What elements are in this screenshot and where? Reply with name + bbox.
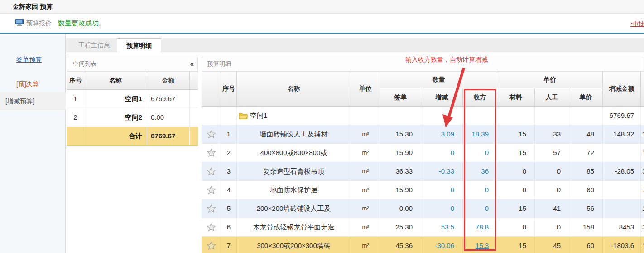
space-list-panel: 空间列表 « 序号 名称 金额 1 空间1 6769.67 2 空间2 0.00… [67, 57, 198, 253]
row-name: 木龙骨或轻钢龙骨平面无造 [237, 218, 351, 236]
space-list-title: 空间列表 [73, 60, 96, 67]
row-labor: 33 [535, 125, 569, 143]
row-measured-qty[interactable]: 18.39 [463, 125, 497, 143]
row-material: 0 [497, 181, 535, 199]
table-row[interactable]: 2 400×800或800×800或 m² 15.90 0 0 15 57 72… [202, 144, 644, 162]
row-adjust-qty: 0 [421, 181, 463, 199]
row-labor: 0 [535, 218, 569, 236]
col-amount: 金额 [147, 72, 190, 89]
row-clipped-value: 1 [641, 125, 644, 143]
row-amount [603, 144, 641, 162]
table-row[interactable]: 3 复杂造型石膏板吊顶 m² 36.33 -0.33 36 0 0 85 -28… [202, 162, 644, 181]
favorite-star-icon[interactable] [202, 218, 221, 236]
group-row-space1[interactable]: 空间1 6769.67 [202, 107, 644, 125]
row-material: 15 [497, 199, 535, 218]
approval-record-link[interactable]: •审批记 [630, 20, 644, 28]
folder-icon [239, 112, 248, 119]
row-clipped-value: 1 [641, 144, 644, 162]
col-spacer [190, 72, 198, 89]
table-row[interactable]: 6 木龙骨或轻钢龙骨平面无造 m² 25.30 53.5 78.8 0 0 15… [202, 218, 644, 237]
table-row[interactable]: 1 墙面砖铺设人工及辅材 m² 15.30 3.09 18.39 15 33 4… [202, 125, 644, 144]
row-labor: 57 [535, 144, 569, 162]
space-row-no: 2 [67, 108, 84, 126]
row-unit: m² [351, 125, 380, 143]
col-clipped [641, 72, 644, 107]
col-group-unitprice: 单价 材料 人工 单价 [497, 72, 603, 107]
table-row-selected[interactable]: 7 300×300或200×300墙砖 m² 45.36 -30.06 15.3… [202, 237, 644, 253]
col-favorite [202, 72, 221, 107]
row-name: 墙面砖铺设人工及辅材 [237, 125, 351, 143]
space-row[interactable]: 1 空间1 6769.67 [67, 90, 198, 108]
tab-budget-detail[interactable]: 预算明细 [117, 38, 161, 53]
row-amount [603, 199, 641, 218]
table-row[interactable]: 4 地面防水保护层 m² 15.90 0 0 0 0 60 7 [202, 181, 644, 199]
row-clipped-value: 1 [641, 237, 644, 253]
row-unit: m² [351, 162, 380, 180]
row-unit: m² [351, 181, 380, 199]
col-measured-qty: 收方 [463, 88, 497, 107]
row-labor: 45 [535, 237, 569, 253]
row-material: 15 [497, 125, 535, 143]
row-measured-qty[interactable]: 78.8 [463, 218, 497, 236]
row-unitprice: 60 [569, 181, 603, 199]
quantity-group-label: 数量 [380, 72, 497, 88]
space-total-label: 合计 [84, 127, 147, 145]
col-signed-qty: 签单 [380, 88, 421, 107]
row-name: 地面防水保护层 [237, 181, 351, 199]
row-unitprice: 60 [569, 237, 603, 253]
annotation-text: 输入收方数量，自动计算增减 [405, 56, 488, 64]
row-signed-qty: 15.90 [380, 181, 421, 199]
row-measured-qty[interactable]: 36 [463, 162, 497, 180]
favorite-star-icon[interactable] [202, 237, 221, 253]
row-unitprice: 72 [569, 144, 603, 162]
col-labor: 人工 [535, 88, 569, 107]
favorite-star-icon[interactable] [202, 125, 221, 143]
row-name: 400×800或800×800或 [237, 144, 351, 162]
row-no: 6 [221, 218, 237, 236]
row-unitprice: 48 [569, 125, 603, 143]
favorite-star-icon[interactable] [202, 162, 221, 180]
col-name: 名称 [84, 72, 147, 89]
favorite-star-icon[interactable] [202, 181, 221, 199]
favorite-star-icon[interactable] [202, 144, 221, 162]
row-measured-qty[interactable]: 0 [463, 181, 497, 199]
sidebar-item-adjust-budget[interactable]: [增减预算] [0, 92, 66, 110]
col-unit: 单位 [351, 72, 380, 107]
row-material: 0 [497, 162, 535, 180]
space-total-amount: 6769.67 [147, 127, 190, 145]
sidebar-item-sign-budget[interactable]: 签单预算 [16, 56, 42, 64]
tab-project-info[interactable]: 工程主信息 [72, 38, 116, 52]
row-unitprice: 158 [569, 218, 603, 236]
favorite-star-icon[interactable] [202, 199, 221, 218]
row-adjust-qty: 3.09 [421, 125, 463, 143]
table-row[interactable]: 5 200×200墙砖铺设人工及 m² 0.00 0 0 15 41 56 1 [202, 199, 644, 218]
module-label: 预算报价 [26, 19, 52, 28]
row-unit: m² [351, 199, 380, 218]
space-total-row: 合计 6769.67 [67, 127, 198, 146]
row-signed-qty: 15.90 [380, 144, 421, 162]
detail-table-header: 序号 名称 单位 数量 签单 增减 收方 单价 材料 人工 单价 增减金额 [202, 71, 644, 107]
row-amount: 8453 [603, 218, 641, 236]
row-amount: 148.32 [603, 125, 641, 143]
row-clipped-value: 3 [641, 162, 644, 180]
row-unit: m² [351, 237, 380, 253]
row-no: 7 [221, 237, 237, 253]
space-row[interactable]: 2 空间2 0.00 [67, 108, 198, 127]
space-row-no: 1 [67, 90, 84, 108]
row-measured-qty[interactable]: 0 [463, 144, 497, 162]
collapse-panel-icon[interactable]: « [190, 57, 194, 71]
row-unitprice: 56 [569, 199, 603, 218]
col-adjust-amount: 增减金额 [603, 72, 641, 107]
col-name: 名称 [237, 72, 351, 107]
space-row-amount: 0.00 [147, 108, 190, 126]
row-labor: 0 [535, 181, 569, 199]
row-measured-qty[interactable]: 0 [463, 199, 497, 218]
sidebar-item-final-account[interactable]: [预]决算 [16, 80, 39, 88]
row-material: 15 [497, 237, 535, 253]
row-unit: m² [351, 144, 380, 162]
price-group-label: 单价 [497, 72, 603, 88]
row-measured-qty[interactable]: 15.3 [463, 237, 497, 253]
row-signed-qty: 0.00 [380, 199, 421, 218]
col-group-quantity: 数量 签单 增减 收方 [380, 72, 497, 107]
row-no: 3 [221, 162, 237, 180]
